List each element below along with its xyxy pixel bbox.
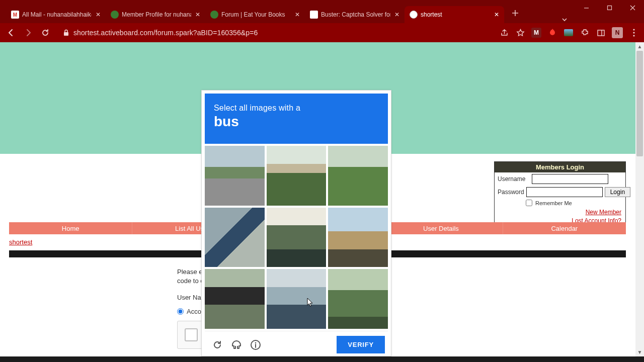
svg-point-4 — [633, 32, 634, 33]
captcha-tile-4[interactable] — [205, 208, 265, 267]
share-icon[interactable] — [499, 28, 509, 38]
password-label: Password — [498, 189, 524, 196]
address-bar[interactable]: shortest.activeboard.com/forum.spark?aBI… — [56, 26, 494, 40]
kebab-menu-icon[interactable] — [629, 28, 639, 38]
page-viewport: Members Login Username Password Login Re… — [0, 42, 635, 356]
verify-button[interactable]: VERIFY — [337, 336, 385, 353]
username-input[interactable] — [532, 174, 608, 184]
profile-initial: N — [615, 29, 620, 36]
tab-label: All Mail - nuhanabilahhaik@ — [22, 11, 92, 18]
close-window-button[interactable] — [621, 0, 644, 15]
captcha-tile-7[interactable] — [205, 269, 265, 329]
reload-button[interactable] — [39, 27, 51, 39]
captcha-header: Select all images with a bus — [205, 94, 388, 144]
tab-4[interactable]: shortest ✕ — [405, 6, 504, 23]
globe-icon — [410, 11, 418, 19]
tab-1[interactable]: Member Profile for nuhanab ✕ — [106, 6, 205, 23]
ext-pic-icon[interactable] — [564, 28, 574, 38]
svg-rect-2 — [598, 30, 604, 36]
tab-strip: M All Mail - nuhanabilahhaik@ ✕ Member P… — [0, 6, 554, 23]
recaptcha-checkbox[interactable] — [185, 328, 198, 341]
new-member-link[interactable]: New Member — [499, 208, 621, 217]
remember-label: Remember Me — [535, 200, 572, 206]
members-login-title: Members Login — [495, 162, 625, 172]
nav-label: Calendar — [551, 225, 578, 232]
gmail-icon: M — [11, 11, 19, 19]
sidepanel-icon[interactable] — [596, 28, 606, 38]
info-icon[interactable] — [250, 339, 261, 350]
captcha-tile-1[interactable] — [205, 146, 265, 206]
scroll-thumb[interactable] — [636, 51, 643, 156]
captcha-tile-9[interactable] — [328, 269, 388, 329]
tab-search-button[interactable] — [554, 16, 575, 23]
nav-user-details[interactable]: User Details — [379, 222, 502, 234]
leaf-icon — [210, 11, 218, 19]
url-text: shortest.activeboard.com/forum.spark?aBI… — [73, 29, 492, 37]
toolbar-actions: M N — [499, 27, 639, 38]
captcha-tile-2[interactable] — [267, 146, 327, 206]
tab-2[interactable]: Forum | Eat Your Books ✕ — [205, 6, 305, 23]
svg-rect-0 — [607, 6, 611, 10]
new-tab-button[interactable] — [508, 6, 522, 20]
store-icon — [310, 11, 318, 19]
extensions-icon[interactable] — [580, 28, 590, 38]
ext-flame-icon[interactable] — [547, 28, 557, 38]
captcha-footer: VERIFY — [205, 331, 388, 353]
window-controls — [575, 0, 644, 15]
os-taskbar — [0, 356, 644, 362]
close-icon[interactable]: ✕ — [95, 11, 102, 18]
close-icon[interactable]: ✕ — [493, 11, 500, 18]
svg-point-3 — [633, 29, 634, 30]
nav-calendar[interactable]: Calendar — [503, 222, 626, 234]
tab-label: Forum | Eat Your Books — [221, 11, 291, 18]
nav-label: User Details — [423, 225, 459, 232]
captcha-target: bus — [214, 114, 379, 130]
scroll-down-button[interactable]: ▼ — [635, 348, 644, 356]
tab-3[interactable]: Buster: Captcha Solver for H ✕ — [305, 6, 405, 23]
audio-icon[interactable] — [231, 339, 242, 350]
account-radio[interactable] — [177, 308, 184, 315]
profile-avatar[interactable]: N — [612, 27, 623, 38]
captcha-tile-5[interactable] — [267, 208, 327, 267]
svg-point-7 — [255, 342, 257, 343]
breadcrumb-link[interactable]: shortest — [9, 238, 32, 246]
members-login-box: Members Login Username Password Login Re… — [494, 161, 626, 229]
maximize-button[interactable] — [598, 0, 621, 15]
tab-label: Buster: Captcha Solver for H — [321, 11, 390, 18]
svg-rect-1 — [64, 32, 68, 36]
lock-icon — [62, 29, 69, 36]
vertical-scrollbar[interactable]: ▲ ▼ — [635, 42, 644, 356]
nav-home[interactable]: Home — [9, 222, 132, 234]
breadcrumb: shortest — [9, 238, 32, 246]
leaf-icon — [111, 11, 119, 19]
browser-toolbar: shortest.activeboard.com/forum.spark?aBI… — [0, 23, 644, 42]
captcha-tile-6[interactable] — [328, 208, 388, 267]
reload-icon[interactable] — [212, 339, 223, 350]
star-icon[interactable] — [515, 28, 525, 38]
password-input[interactable] — [526, 187, 603, 197]
close-icon[interactable]: ✕ — [393, 11, 400, 18]
username-label: Username — [498, 175, 530, 183]
scroll-track[interactable] — [635, 51, 644, 348]
captcha-tile-8[interactable] — [267, 269, 327, 329]
captcha-grid — [205, 146, 388, 329]
close-icon[interactable]: ✕ — [194, 11, 201, 18]
forward-button[interactable] — [22, 27, 34, 39]
svg-point-5 — [633, 35, 634, 36]
tab-label: shortest — [421, 11, 490, 18]
ext-m-icon[interactable]: M — [531, 28, 541, 38]
captcha-instruction: Select all images with a — [214, 104, 379, 113]
minimize-button[interactable] — [575, 0, 598, 15]
back-button[interactable] — [5, 27, 17, 39]
login-button[interactable]: Login — [605, 187, 630, 197]
remember-checkbox[interactable] — [526, 200, 532, 206]
scroll-up-button[interactable]: ▲ — [635, 42, 644, 51]
nav-label: Home — [62, 225, 79, 232]
close-icon[interactable]: ✕ — [294, 11, 301, 18]
captcha-tile-3[interactable] — [328, 146, 388, 206]
captcha-challenge: Select all images with a bus — [201, 90, 391, 356]
tab-0[interactable]: M All Mail - nuhanabilahhaik@ ✕ — [6, 6, 106, 23]
browser-titlebar: M All Mail - nuhanabilahhaik@ ✕ Member P… — [0, 0, 644, 23]
tab-label: Member Profile for nuhanab — [122, 11, 191, 18]
